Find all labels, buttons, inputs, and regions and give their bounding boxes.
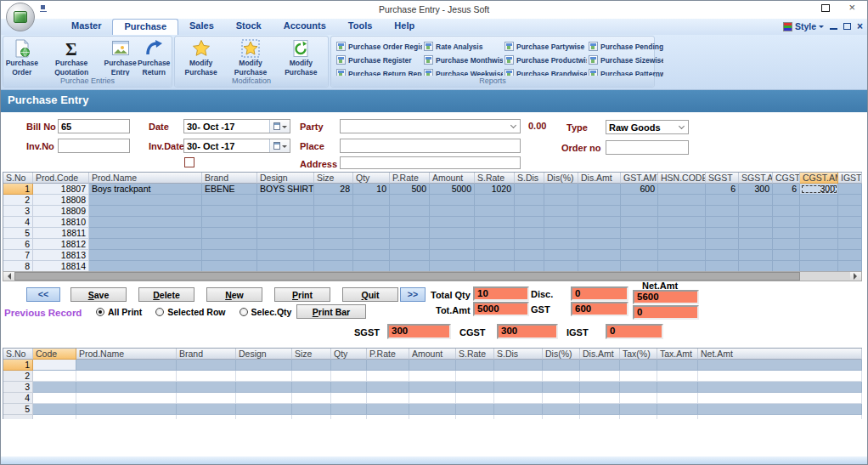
column-header-dis-amt[interactable]: Dis.Amt <box>580 349 620 360</box>
inv-date-input[interactable]: 30- Oct -17 <box>183 139 290 153</box>
cell[interactable] <box>698 415 862 419</box>
tab-purchase[interactable]: Purchase <box>112 19 178 35</box>
column-header-cgst[interactable]: CGST <box>773 173 800 184</box>
cell[interactable]: 7 <box>3 250 33 261</box>
cell[interactable] <box>76 393 177 404</box>
column-header-qty[interactable]: Qty <box>353 173 390 184</box>
quick-access-icon[interactable] <box>40 5 47 12</box>
purchase-return-button[interactable]: Purchase Return <box>137 37 171 76</box>
cell[interactable] <box>494 371 543 382</box>
cell[interactable] <box>409 415 456 419</box>
cell[interactable] <box>494 415 543 419</box>
order-no-input[interactable] <box>606 140 689 155</box>
cell[interactable] <box>33 415 76 419</box>
cell[interactable] <box>314 250 353 261</box>
cell[interactable] <box>578 195 621 206</box>
cell[interactable] <box>353 228 390 239</box>
cell[interactable] <box>543 393 580 404</box>
cell[interactable] <box>353 206 390 217</box>
cell[interactable] <box>390 239 430 250</box>
cell[interactable] <box>773 206 800 217</box>
cell[interactable] <box>314 195 353 206</box>
cell[interactable] <box>257 217 314 228</box>
cell[interactable] <box>578 206 621 217</box>
cell[interactable] <box>773 250 800 261</box>
cell[interactable] <box>580 415 620 419</box>
cell[interactable] <box>331 415 367 419</box>
place-input[interactable] <box>340 139 521 153</box>
cell[interactable] <box>314 217 353 228</box>
radio-selected-row[interactable]: Selected Row <box>155 307 225 317</box>
column-header-brand[interactable]: Brand <box>202 173 257 184</box>
cell[interactable]: 600 <box>621 184 658 195</box>
cell[interactable] <box>580 404 620 415</box>
cell[interactable] <box>621 206 658 217</box>
cell[interactable] <box>800 195 838 206</box>
column-header-prod-name[interactable]: Prod.Name <box>89 173 202 184</box>
cell[interactable] <box>657 415 698 419</box>
cell[interactable] <box>773 217 800 228</box>
cell[interactable] <box>494 393 543 404</box>
cell[interactable] <box>367 382 409 393</box>
cell[interactable] <box>177 404 236 415</box>
cell[interactable] <box>353 195 390 206</box>
cell[interactable]: 5 <box>3 228 33 239</box>
cell[interactable] <box>390 217 430 228</box>
save-button[interactable]: Save <box>70 287 127 302</box>
cell[interactable] <box>544 206 578 217</box>
cell[interactable]: 2 <box>3 195 33 206</box>
cell[interactable]: 18810 <box>33 217 89 228</box>
column-header-net-amt[interactable]: Net.Amt <box>698 349 862 360</box>
quit-button[interactable]: Quit <box>342 287 398 302</box>
cell[interactable] <box>202 228 257 239</box>
column-header-tax-amt[interactable]: Tax.Amt <box>657 349 698 360</box>
cell[interactable] <box>430 250 475 261</box>
cell[interactable] <box>257 250 314 261</box>
date-picker-button[interactable] <box>269 120 290 133</box>
cell[interactable] <box>202 250 257 261</box>
cell[interactable] <box>658 217 706 228</box>
cell[interactable] <box>314 239 353 250</box>
cell[interactable] <box>515 206 544 217</box>
cell[interactable] <box>773 239 800 250</box>
column-header-hsn-code[interactable]: HSN.CODE <box>658 173 706 184</box>
cell[interactable]: 3 <box>3 382 33 393</box>
column-header-s-no[interactable]: S.No <box>3 349 33 360</box>
cell[interactable] <box>620 393 657 404</box>
cell[interactable] <box>620 382 657 393</box>
cell[interactable] <box>620 360 657 371</box>
column-header-s-dis[interactable]: S.Dis <box>515 173 544 184</box>
cell[interactable] <box>494 360 543 371</box>
cell[interactable]: 5000 <box>430 184 475 195</box>
cell[interactable] <box>177 371 236 382</box>
cell[interactable] <box>89 228 202 239</box>
cell[interactable] <box>475 239 515 250</box>
cell[interactable] <box>89 217 202 228</box>
cell[interactable] <box>353 239 390 250</box>
cell[interactable] <box>76 360 177 371</box>
style-menu-button[interactable]: Style <box>783 21 824 31</box>
column-header-brand[interactable]: Brand <box>177 349 236 360</box>
cell[interactable] <box>543 360 580 371</box>
cell[interactable] <box>698 382 862 393</box>
cell[interactable] <box>33 371 76 382</box>
cell[interactable]: 18807 <box>33 184 89 195</box>
cell[interactable] <box>292 371 331 382</box>
cell[interactable] <box>3 415 33 419</box>
cell[interactable] <box>89 206 202 217</box>
print-bar-button[interactable]: Print Bar <box>296 304 366 319</box>
cell[interactable] <box>706 217 739 228</box>
cell[interactable] <box>33 393 76 404</box>
previous-record-button[interactable]: << <box>26 287 60 302</box>
address-input[interactable] <box>340 156 521 169</box>
cell[interactable] <box>658 250 706 261</box>
cell[interactable] <box>257 195 314 206</box>
column-header-amount[interactable]: Amount <box>409 349 456 360</box>
report-item-purchase-productwise[interactable]: Purchase Productwise <box>504 54 587 66</box>
cell[interactable]: EBENE <box>202 184 257 195</box>
inv-no-input[interactable] <box>58 139 130 153</box>
column-header-s-rate[interactable]: S.Rate <box>456 349 494 360</box>
cell[interactable] <box>838 206 862 217</box>
cell[interactable] <box>177 393 236 404</box>
cell[interactable] <box>456 360 494 371</box>
